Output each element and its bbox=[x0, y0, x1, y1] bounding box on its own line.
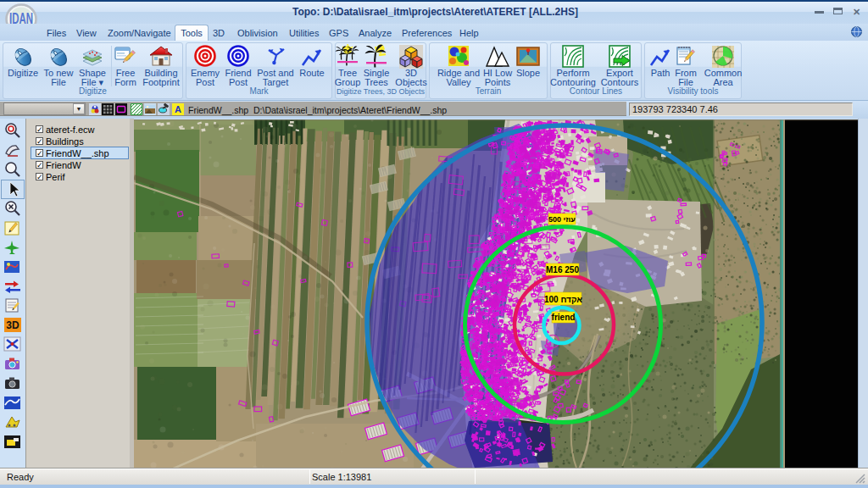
svg-text:M16 250: M16 250 bbox=[546, 265, 579, 274]
svg-text:100 אקדח: 100 אקדח bbox=[544, 295, 582, 304]
svg-text:A: A bbox=[175, 104, 181, 114]
svg-text:500 עוזי: 500 עוזי bbox=[548, 215, 576, 224]
svg-text:friend: friend bbox=[552, 313, 576, 322]
svg-text:3D: 3D bbox=[6, 319, 19, 331]
